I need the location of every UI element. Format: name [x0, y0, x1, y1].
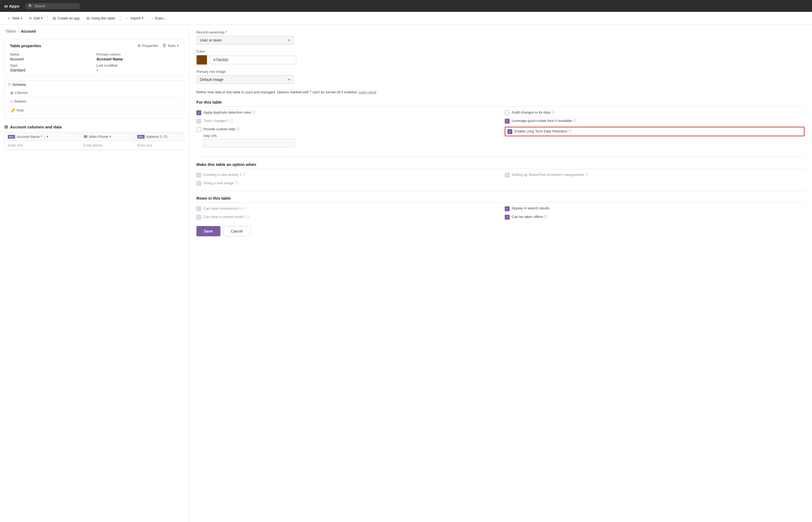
col-header-account[interactable]: Abc Account Name * ↑ ▾: [5, 133, 80, 141]
info-icon-track: ⓘ: [230, 118, 234, 123]
required-indicator: *: [226, 30, 227, 34]
prop-name: Name Account: [10, 52, 92, 61]
data-table: Abc Account Name * ↑ ▾ ☎ Main Phone ▾ Ab…: [4, 132, 184, 150]
section-header: Table properties ⚙ Properties 🗄 Tools ▾: [10, 43, 179, 48]
create-app-button[interactable]: ⊞ Create an app: [50, 14, 82, 22]
sort-icon: ↑: [44, 135, 45, 138]
breadcrumb-current: Account: [21, 29, 36, 34]
chevron-down-icon-import: ▾: [142, 17, 143, 20]
color-field: Color: [196, 49, 805, 65]
new-button[interactable]: ＋ New ▾: [4, 14, 25, 22]
prop-last-modified: Last modified –: [97, 63, 179, 72]
cell-address[interactable]: Enter text: [134, 141, 184, 149]
schema-columns-tab[interactable]: ▦ Columns: [8, 89, 181, 97]
gear-icon: ⚙: [138, 44, 141, 48]
export-button[interactable]: → Expo...: [147, 14, 169, 22]
table-header: Abc Account Name * ↑ ▾ ☎ Main Phone ▾ Ab…: [5, 133, 184, 141]
checkbox-audit-box[interactable]: [505, 111, 510, 115]
cell-account[interactable]: Enter text: [5, 141, 80, 149]
table-data-icon: ⊞: [4, 124, 8, 129]
breadcrumb-parent[interactable]: Tables: [5, 29, 16, 34]
chevron-down-icon-tools: ▾: [177, 44, 179, 47]
table-row: Enter text Enter phone Enter text: [5, 141, 184, 150]
checkbox-sharepoint: ✓ Setting up SharePoint document managem…: [505, 173, 805, 178]
rows-in-table-grid: ✓ Can have connections 1 ⓘ ✓ Appear in s…: [196, 206, 805, 220]
checkbox-contact-email-box[interactable]: ✓: [196, 215, 201, 220]
info-icon-audit: ⓘ: [551, 110, 554, 115]
edit-icon: ✏: [29, 16, 33, 21]
info-icon-connections: ⓘ: [242, 206, 245, 211]
checkbox-sharepoint-box[interactable]: ✓: [505, 173, 510, 178]
record-ownership-select[interactable]: User or team ▾: [196, 36, 293, 44]
edit-button[interactable]: ✏ Edit ▾: [26, 14, 45, 22]
left-panel: Tables › Account Table properties ⚙ Prop…: [0, 25, 189, 522]
using-table-button[interactable]: ⊞ Using this table: [84, 14, 118, 22]
tools-icon: 🗄: [163, 44, 166, 48]
search-box[interactable]: 🔍 Search: [26, 3, 80, 9]
provide-help-area: Provide custom help ⓘ Help URL: [196, 127, 496, 152]
filter-icon: ▾: [47, 135, 48, 138]
rows-in-table-section: Rows in this table ✓ Can have connection…: [196, 196, 805, 220]
color-swatch[interactable]: [196, 55, 207, 65]
columns-icon: ▦: [11, 91, 13, 95]
save-button[interactable]: Save: [196, 226, 220, 236]
schema-keys-tab[interactable]: 🔑 Keys: [8, 106, 181, 115]
checkbox-mail-merge-box[interactable]: ✓: [196, 181, 201, 186]
checkbox-apply-dup-box[interactable]: ✓: [196, 111, 201, 115]
checkbox-creating-activity-box[interactable]: ✓: [196, 173, 201, 178]
cancel-button[interactable]: Cancel: [223, 226, 250, 236]
checkbox-appear-search-box[interactable]: ✓: [505, 206, 510, 211]
props-grid: Name Account Primary column Account Name…: [10, 52, 179, 72]
checkbox-contact-email: ✓ Can have a contact email 1 ⓘ: [196, 215, 496, 220]
chevron-icon-image: ▾: [288, 78, 290, 81]
col-header-phone[interactable]: ☎ Main Phone ▾: [80, 133, 134, 141]
color-row: [196, 55, 805, 65]
checkbox-apply-dup: ✓ Apply duplicate detection rules ⓘ: [196, 110, 496, 115]
action-buttons: Save Cancel: [196, 226, 805, 236]
schema-relationships-tab[interactable]: ⎋ Relation...: [8, 97, 181, 106]
make-option-when-section: Make this table an option when ✓ Creatin…: [196, 162, 805, 186]
breadcrumb: Tables › Account: [0, 25, 188, 36]
export-icon: →: [150, 16, 154, 20]
table-properties-card: Table properties ⚙ Properties 🗄 Tools ▾ …: [4, 39, 184, 77]
section-divider-1: [196, 157, 805, 157]
import-button[interactable]: ← Import ▾: [122, 14, 146, 22]
refine-text: Refine how data in this table is used an…: [196, 89, 385, 95]
checkbox-custom-help-box[interactable]: [196, 127, 201, 132]
info-icon-schema: ⓘ: [8, 83, 11, 86]
learn-more-link[interactable]: Learn more: [359, 90, 376, 94]
properties-button[interactable]: ⚙ Properties: [138, 44, 158, 48]
section-actions: ⚙ Properties 🗄 Tools ▾: [138, 44, 179, 48]
breadcrumb-separator: ›: [18, 29, 19, 34]
checkbox-taken-offline-box[interactable]: ✓: [505, 215, 510, 220]
color-label: Color: [196, 49, 805, 54]
checkbox-leverage-box[interactable]: ✓: [505, 119, 510, 124]
tools-button[interactable]: 🗄 Tools ▾: [163, 44, 179, 48]
info-icon-activity: ⓘ: [243, 173, 246, 177]
data-section: ⊞ Account columns and data Abc Account N…: [4, 122, 184, 150]
help-url-input[interactable]: [203, 139, 295, 147]
info-icon-mail-merge: ⓘ: [235, 181, 238, 185]
col-type-icon-address: Abc: [137, 135, 145, 139]
checkbox-taken-offline: ✓ Can be taken offline ⓘ: [505, 215, 805, 220]
cell-phone[interactable]: Enter phone: [80, 141, 134, 149]
col-header-address[interactable]: Abc Address 1: Ci: [134, 133, 184, 141]
search-icon: 🔍: [28, 4, 33, 8]
checkbox-connections: ✓ Can have connections 1 ⓘ: [196, 206, 496, 211]
prop-type: Type Standard: [10, 63, 92, 72]
relationships-icon: ⎋: [11, 99, 13, 104]
checkbox-long-term: ✓ Enable Long Term Data Retention ⓘ: [505, 127, 805, 136]
checkbox-long-term-box[interactable]: ✓: [507, 129, 512, 134]
table-properties-title: Table properties: [10, 43, 41, 48]
checkbox-leverage: ✓ Leverage quick-create form if availabl…: [505, 118, 805, 124]
color-input[interactable]: [210, 56, 296, 64]
info-icon-taken-offline: ⓘ: [544, 215, 547, 219]
checkbox-track-box[interactable]: ✓: [196, 119, 201, 124]
main-layout: Tables › Account Table properties ⚙ Prop…: [0, 25, 812, 522]
plus-icon: ＋: [7, 16, 11, 21]
primary-image-select[interactable]: Default Image ▾: [196, 75, 293, 84]
info-icon-leverage: ⓘ: [573, 118, 576, 123]
checkbox-connections-box[interactable]: ✓: [196, 206, 201, 211]
record-ownership-field: Record ownership * User or team ▾: [196, 30, 805, 44]
top-nav: er Apps 🔍 Search: [0, 0, 812, 12]
